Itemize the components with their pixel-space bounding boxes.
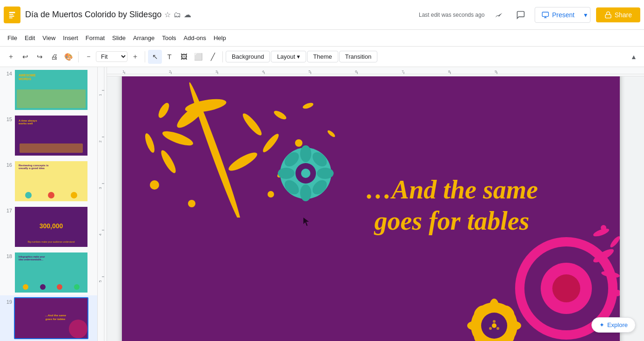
menu-view[interactable]: View	[39, 33, 59, 43]
slide-thumb-17[interactable]: 300,000 Big numbers make your audience u…	[14, 206, 88, 248]
slide-item-15[interactable]: 15 A time alwaysworks well	[0, 113, 97, 158]
slide-item-17[interactable]: 17 300,000 Big numbers make your audienc…	[0, 204, 97, 250]
cloud-icon[interactable]: ☁	[184, 10, 191, 19]
explore-icon: ✦	[599, 321, 604, 328]
svg-text:9: 9	[495, 69, 497, 74]
background-btn[interactable]: Background	[226, 51, 270, 62]
share-button[interactable]: Share	[596, 7, 640, 22]
cursor-indicator	[303, 218, 311, 229]
svg-point-44	[227, 150, 260, 174]
svg-point-70	[552, 274, 580, 302]
zoom-in-btn[interactable]: ＋	[128, 50, 142, 64]
folder-icon[interactable]: 🗂	[174, 11, 181, 19]
top-right-actions: Present ▾ Share	[490, 7, 640, 23]
svg-point-89	[489, 327, 492, 330]
slide-thumb-18[interactable]: Infographics make youridea understandabl…	[14, 252, 88, 293]
canvas-scroll[interactable]: …And the same goes for tables	[98, 76, 644, 341]
slide-thumb-16[interactable]: Reviewing concepts isusually a good idea	[14, 160, 88, 202]
textbox-tool-btn[interactable]: T	[162, 50, 176, 64]
star-icon[interactable]: ☆	[164, 10, 171, 19]
svg-point-87	[492, 323, 496, 328]
main-layout: 14 AWESOMEWORDS 15 A time alwaysworks we…	[0, 67, 644, 341]
toolbar-zoom-group: － Fit 50% 75% 100% ＋	[81, 50, 142, 64]
svg-point-80	[467, 321, 482, 330]
svg-rect-5	[543, 12, 549, 16]
menu-slide[interactable]: Slide	[108, 33, 129, 43]
image-tool-btn[interactable]: 🖼	[177, 50, 191, 64]
slide-thumb-19[interactable]: …And the samegoes for tables	[14, 297, 88, 339]
line-tool-btn[interactable]: ╱	[206, 50, 220, 64]
menu-addons[interactable]: Add-ons	[180, 33, 210, 43]
sep2	[145, 51, 145, 62]
svg-point-67	[301, 169, 310, 178]
svg-point-58	[300, 145, 311, 162]
add-slide-btn[interactable]: ＋	[4, 50, 18, 64]
doc-title[interactable]: Día de Muertos Colorido by Slidesgo	[25, 10, 161, 20]
svg-text:1: 1	[98, 94, 102, 96]
svg-text:4: 4	[98, 233, 102, 236]
slide-num-17: 17	[3, 206, 12, 213]
svg-point-56	[327, 130, 336, 138]
zoom-out-btn[interactable]: －	[81, 50, 95, 64]
redo-btn[interactable]: ↪	[33, 50, 47, 64]
present-main-btn[interactable]: Present	[535, 7, 581, 22]
svg-point-88	[496, 327, 499, 330]
menu-insert[interactable]: Insert	[59, 33, 82, 43]
shape-tool-btn[interactable]: ⬜	[191, 50, 205, 64]
theme-btn[interactable]: Theme	[307, 51, 338, 62]
undo-btn[interactable]: ↩	[18, 50, 32, 64]
canvas-area: 1 2 3 4 5 6 7 8 9 1 2	[98, 67, 644, 341]
svg-point-46	[261, 132, 281, 154]
svg-rect-2	[9, 14, 13, 15]
toolbar-tools-group: ↖ T 🖼 ⬜ ╱	[148, 50, 220, 64]
svg-point-60	[278, 168, 295, 179]
slide-item-14[interactable]: 14 AWESOMEWORDS	[0, 67, 97, 113]
menu-bar: File Edit View Insert Format Slide Arran…	[0, 30, 644, 47]
transition-btn[interactable]: Transition	[339, 51, 378, 62]
slide-panel[interactable]: 14 AWESOMEWORDS 15 A time alwaysworks we…	[0, 67, 98, 341]
slide-text-line1: …And the same	[317, 174, 587, 205]
activity-icon-btn[interactable]	[490, 7, 507, 23]
menu-edit[interactable]: Edit	[21, 33, 39, 43]
slide-thumb-15[interactable]: A time alwaysworks well	[14, 115, 88, 157]
svg-rect-4	[9, 17, 13, 18]
slide-canvas[interactable]: …And the same goes for tables	[122, 76, 620, 341]
paint-format-btn[interactable]: 🎨	[61, 50, 75, 64]
svg-point-52	[150, 180, 159, 190]
svg-text:2: 2	[98, 140, 102, 143]
svg-point-47	[156, 101, 171, 119]
explore-label: Explore	[607, 321, 628, 328]
sep1	[78, 51, 79, 62]
comment-icon-btn[interactable]	[512, 7, 529, 23]
svg-rect-8	[605, 14, 611, 18]
slide-thumb-14[interactable]: AWESOMEWORDS	[14, 69, 88, 111]
toolbar-right: ▲	[627, 50, 640, 63]
slide-item-19[interactable]: 19 …And the samegoes for tables	[0, 295, 97, 341]
zoom-select[interactable]: Fit 50% 75% 100%	[96, 51, 127, 62]
present-button[interactable]: Present ▾	[535, 7, 590, 23]
svg-text:8: 8	[448, 69, 450, 74]
print-btn[interactable]: 🖨	[47, 50, 61, 64]
slide-num-19: 19	[3, 297, 12, 305]
svg-point-51	[295, 139, 302, 147]
present-dropdown-btn[interactable]: ▾	[581, 7, 590, 22]
toolbar: ＋ ↩ ↪ 🖨 🎨 － Fit 50% 75% 100% ＋ ↖ T 🖼 ⬜ ╱…	[0, 47, 644, 67]
svg-point-50	[143, 132, 156, 154]
title-area: Día de Muertos Colorido by Slidesgo ☆ 🗂 …	[25, 10, 415, 20]
explore-button[interactable]: ✦ Explore	[591, 317, 636, 333]
menu-format[interactable]: Format	[82, 33, 108, 43]
svg-point-76	[601, 225, 606, 231]
svg-point-48	[273, 109, 288, 121]
app-icon[interactable]	[4, 7, 20, 23]
slide-item-18[interactable]: 18 Infographics make youridea understand…	[0, 250, 97, 295]
select-tool-btn[interactable]: ↖	[148, 50, 162, 64]
menu-arrange[interactable]: Arrange	[129, 33, 158, 43]
svg-point-73	[609, 235, 620, 248]
layout-btn[interactable]: Layout	[271, 51, 306, 62]
collapse-toolbar-btn[interactable]: ▲	[627, 50, 640, 63]
menu-tools[interactable]: Tools	[158, 33, 180, 43]
slide-item-16[interactable]: 16 Reviewing concepts isusually a good i…	[0, 158, 97, 204]
sep3	[222, 51, 223, 62]
menu-help[interactable]: Help	[210, 33, 230, 43]
menu-file[interactable]: File	[4, 33, 21, 43]
